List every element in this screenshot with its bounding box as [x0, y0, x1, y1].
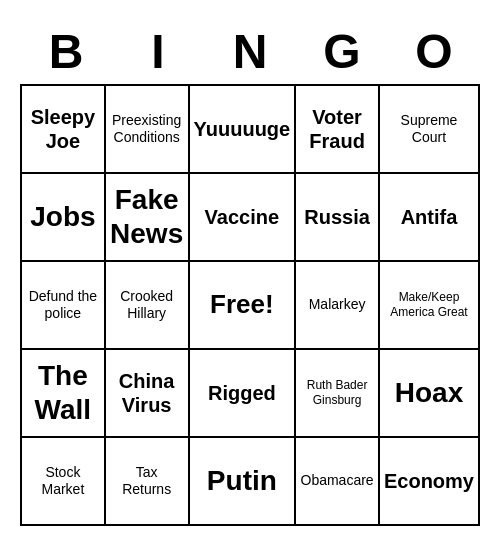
- cell-r2-c1[interactable]: Crooked Hillary: [106, 262, 190, 350]
- cell-r0-c3[interactable]: Voter Fraud: [296, 86, 380, 174]
- cell-r4-c0[interactable]: Stock Market: [22, 438, 106, 526]
- header-g: G: [296, 19, 388, 84]
- cell-r3-c4[interactable]: Hoax: [380, 350, 480, 438]
- cell-r4-c2[interactable]: Putin: [190, 438, 297, 526]
- header-o: O: [388, 19, 480, 84]
- cell-r4-c4[interactable]: Economy: [380, 438, 480, 526]
- header-i: I: [112, 19, 204, 84]
- header-b: B: [20, 19, 112, 84]
- cell-r1-c1[interactable]: Fake News: [106, 174, 190, 262]
- cell-r1-c0[interactable]: Jobs: [22, 174, 106, 262]
- cell-r0-c4[interactable]: Supreme Court: [380, 86, 480, 174]
- cell-r1-c3[interactable]: Russia: [296, 174, 380, 262]
- cell-r3-c2[interactable]: Rigged: [190, 350, 297, 438]
- cell-r2-c0[interactable]: Defund the police: [22, 262, 106, 350]
- cell-r0-c1[interactable]: Preexisting Conditions: [106, 86, 190, 174]
- cell-r0-c2[interactable]: Yuuuuuge: [190, 86, 297, 174]
- cell-r2-c2[interactable]: Free!: [190, 262, 297, 350]
- bingo-grid: Sleepy JoePreexisting ConditionsYuuuuuge…: [20, 84, 480, 526]
- cell-r4-c3[interactable]: Obamacare: [296, 438, 380, 526]
- header-n: N: [204, 19, 296, 84]
- cell-r0-c0[interactable]: Sleepy Joe: [22, 86, 106, 174]
- cell-r2-c4[interactable]: Make/Keep America Great: [380, 262, 480, 350]
- cell-r1-c2[interactable]: Vaccine: [190, 174, 297, 262]
- cell-r3-c0[interactable]: The Wall: [22, 350, 106, 438]
- cell-r1-c4[interactable]: Antifa: [380, 174, 480, 262]
- cell-r3-c3[interactable]: Ruth Bader Ginsburg: [296, 350, 380, 438]
- cell-r4-c1[interactable]: Tax Returns: [106, 438, 190, 526]
- bingo-header: B I N G O: [20, 19, 480, 84]
- bingo-card: B I N G O Sleepy JoePreexisting Conditio…: [10, 9, 490, 536]
- cell-r3-c1[interactable]: China Virus: [106, 350, 190, 438]
- cell-r2-c3[interactable]: Malarkey: [296, 262, 380, 350]
